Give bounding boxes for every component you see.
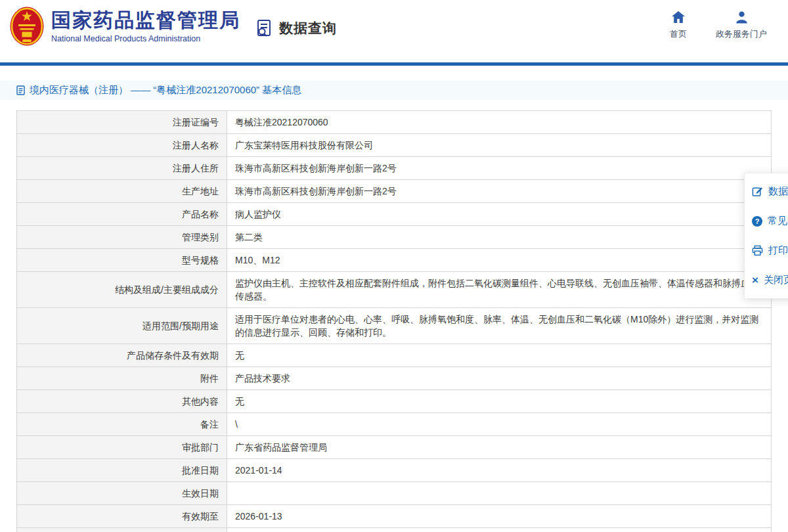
- row-label: 注册人名称: [17, 134, 227, 157]
- row-label: 注册证编号: [17, 111, 227, 134]
- question-icon: ?: [752, 216, 762, 227]
- row-value: 粤械注准20212070060: [227, 111, 772, 134]
- table-row: 管理类别第二类: [17, 226, 772, 249]
- table-row: 产品名称病人监护仪: [17, 203, 772, 226]
- row-value: 产品技术要求: [227, 367, 772, 390]
- row-label: 附件: [17, 367, 227, 390]
- row-value: [227, 528, 772, 532]
- panel-item-label: 关闭页面: [764, 274, 788, 286]
- table-row: 注册人名称广东宝莱特医用科技股份有限公司: [17, 134, 772, 157]
- table-row: 审批部门广东省药品监督管理局: [17, 436, 772, 459]
- data-query-label: 数据查询: [279, 19, 337, 37]
- row-label: 批准日期: [17, 459, 227, 482]
- table-row: 批准日期2021-01-14: [17, 459, 772, 482]
- registration-info-table: 注册证编号粤械注准20212070060注册人名称广东宝莱特医用科技股份有限公司…: [16, 110, 772, 532]
- table-row: 备注\: [17, 413, 772, 436]
- page-title: 境内医疗器械（注册） —— “粤械注准20212070060” 基本信息: [30, 84, 301, 97]
- row-label: 结构及组成/主要组成成分: [17, 272, 227, 308]
- table-row: 注册证编号粤械注准20212070060: [17, 111, 772, 134]
- site-logo: 国家药品监督管理局 National Medical Products Admi…: [9, 6, 240, 47]
- side-panel: 数据反馈 ? 常见问题 打印页面 × 关闭页面: [744, 173, 788, 299]
- org-name-en: National Medical Products Administration: [51, 34, 240, 43]
- row-value: \: [227, 413, 772, 436]
- info-table-body: 注册证编号粤械注准20212070060注册人名称广东宝莱特医用科技股份有限公司…: [17, 111, 772, 532]
- row-label: 型号规格: [17, 249, 227, 272]
- panel-item-faq[interactable]: ? 常见问题: [745, 206, 788, 236]
- row-value: 无: [227, 390, 772, 413]
- row-value: 适用于医疗单位对患者的心电、心率、呼吸、脉搏氧饱和度、脉率、体温、无创血压和二氧…: [227, 308, 772, 344]
- table-row: 型号规格M10、M12: [17, 249, 772, 272]
- table-row: 其他内容无: [17, 390, 772, 413]
- row-value: M10、M12: [227, 249, 772, 272]
- row-label: 有效期至: [17, 505, 227, 528]
- table-row: [17, 528, 772, 532]
- row-value: 无: [227, 344, 772, 367]
- panel-item-label: 常见问题: [768, 215, 788, 227]
- panel-item-close[interactable]: × 关闭页面: [745, 265, 788, 295]
- edit-icon: [752, 186, 763, 197]
- table-row: 附件产品技术要求: [17, 367, 772, 390]
- row-label: 适用范围/预期用途: [17, 308, 227, 344]
- row-value: 监护仪由主机、主控软件及相应配套附件组成，附件包括二氧化碳测量组件、心电导联线、…: [227, 272, 772, 308]
- table-row: 注册人住所珠海市高新区科技创新海岸创新一路2号: [17, 157, 772, 180]
- header-nav: 首页 政务服务门户: [670, 11, 767, 40]
- user-icon: [735, 11, 749, 24]
- row-label: 注册人住所: [17, 157, 227, 180]
- row-label: 产品储存条件及有效期: [17, 344, 227, 367]
- page-title-bar: 境内医疗器械（注册） —— “粤械注准20212070060” 基本信息: [0, 80, 788, 100]
- table-row: 有效期至2026-01-13: [17, 505, 772, 528]
- row-label: 产品名称: [17, 203, 227, 226]
- panel-item-print[interactable]: 打印页面: [745, 236, 788, 265]
- table-row: 产品储存条件及有效期无: [17, 344, 772, 367]
- nav-home[interactable]: 首页: [670, 11, 687, 40]
- row-value: 珠海市高新区科技创新海岸创新一路2号: [227, 180, 772, 203]
- nav-data-query[interactable]: 数据查询: [255, 19, 337, 37]
- table-row: 结构及组成/主要组成成分监护仪由主机、主控软件及相应配套附件组成，附件包括二氧化…: [17, 272, 772, 308]
- data-query-icon: [255, 19, 273, 37]
- row-value: 广东省药品监督管理局: [227, 436, 772, 459]
- row-value: 广东宝莱特医用科技股份有限公司: [227, 134, 772, 157]
- table-row: 生产地址珠海市高新区科技创新海岸创新一路2号: [17, 180, 772, 203]
- row-value: 病人监护仪: [227, 203, 772, 226]
- table-row: 适用范围/预期用途适用于医疗单位对患者的心电、心率、呼吸、脉搏氧饱和度、脉率、体…: [17, 308, 772, 344]
- row-label: 审批部门: [17, 436, 227, 459]
- row-value: 2026-01-13: [227, 505, 772, 528]
- panel-item-label: 数据反馈: [768, 185, 788, 198]
- row-label: 生产地址: [17, 180, 227, 203]
- nav-portal-label: 政务服务门户: [716, 28, 767, 40]
- org-names: 国家药品监督管理局 National Medical Products Admi…: [51, 9, 240, 44]
- row-label: 其他内容: [17, 390, 227, 413]
- row-label: [17, 528, 227, 532]
- document-icon: [16, 85, 25, 95]
- row-value: [227, 482, 772, 505]
- org-name-zh: 国家药品监督管理局: [51, 9, 240, 32]
- row-label: 备注: [17, 413, 227, 436]
- table-row: 生效日期: [17, 482, 772, 505]
- site-header: 国家药品监督管理局 National Medical Products Admi…: [0, 0, 788, 62]
- panel-item-data-feedback[interactable]: 数据反馈: [745, 177, 788, 206]
- national-emblem-icon: [9, 6, 45, 47]
- row-label: 生效日期: [17, 482, 227, 505]
- row-value: 第二类: [227, 226, 772, 249]
- row-value: 珠海市高新区科技创新海岸创新一路2号: [227, 157, 772, 180]
- browser-page: 国家药品监督管理局 National Medical Products Admi…: [0, 0, 788, 532]
- row-label: 管理类别: [17, 226, 227, 249]
- row-value: 2021-01-14: [227, 459, 772, 482]
- home-icon: [671, 11, 686, 24]
- close-icon: ×: [752, 275, 758, 286]
- panel-item-label: 打印页面: [768, 244, 788, 257]
- nav-home-label: 首页: [670, 28, 687, 40]
- printer-icon: [752, 245, 763, 256]
- header-divider: [0, 62, 788, 66]
- nav-portal[interactable]: 政务服务门户: [716, 11, 767, 40]
